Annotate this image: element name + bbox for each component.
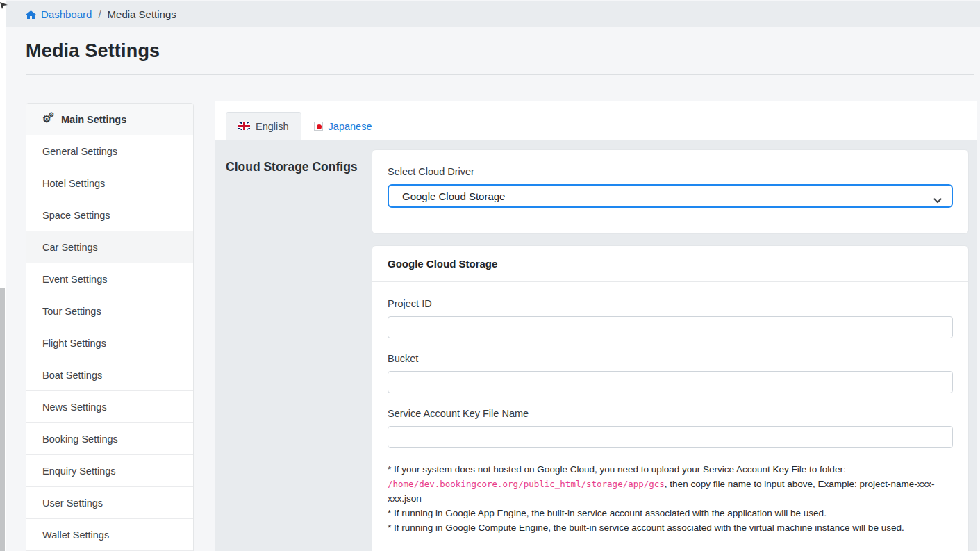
sidebar-item-label: Boat Settings: [42, 370, 102, 381]
note-line-3: * If running in Google App Engine, the b…: [388, 506, 953, 520]
uk-flag-icon: [238, 122, 250, 130]
section-title: Cloud Storage Configs: [226, 160, 358, 174]
tab-english-label: English: [256, 121, 289, 132]
sidebar-item-news-settings[interactable]: News Settings: [26, 391, 193, 423]
sidebar-item-label: General Settings: [42, 146, 117, 157]
cloud-driver-label: Select Cloud Driver: [388, 166, 953, 177]
sidebar-item-wallet-settings[interactable]: Wallet Settings: [26, 519, 193, 551]
sidebar-header-main-settings: ⚙⚙ Main Settings: [26, 104, 193, 135]
project-id-label: Project ID: [388, 298, 953, 309]
title-divider: [26, 74, 974, 75]
sidebar-item-car-settings[interactable]: Car Settings: [26, 231, 193, 263]
note-line-4: * If running in Google Compute Engine, t…: [388, 520, 953, 535]
breadcrumb-separator: /: [98, 8, 101, 20]
tab-japanese[interactable]: Japanese: [301, 112, 385, 140]
breadcrumb-current: Media Settings: [108, 8, 176, 20]
bucket-input[interactable]: [388, 371, 953, 393]
main-panel: English Japanese Cloud Storage Configs S…: [215, 101, 977, 551]
sidebar-item-label: Booking Settings: [42, 434, 118, 445]
sidebar-item-label: Space Settings: [42, 210, 110, 221]
sidebar-item-hotel-settings[interactable]: Hotel Settings: [26, 167, 193, 199]
sidebar-item-tour-settings[interactable]: Tour Settings: [26, 295, 193, 327]
tab-english[interactable]: English: [226, 112, 301, 140]
gcs-folder-path: /home/dev.bookingcore.org/public_html/st…: [388, 479, 665, 489]
dashboard-link[interactable]: Dashboard: [26, 8, 92, 20]
sidebar-header-label: Main Settings: [61, 114, 126, 125]
sidebar-item-space-settings[interactable]: Space Settings: [26, 199, 193, 231]
settings-sidebar: ⚙⚙ Main Settings General Settings Hotel …: [26, 103, 194, 551]
breadcrumb: Dashboard / Media Settings: [6, 1, 980, 27]
sidebar-item-label: Enquiry Settings: [42, 466, 116, 477]
sidebar-item-boat-settings[interactable]: Boat Settings: [26, 359, 193, 391]
sidebar-item-label: Car Settings: [42, 242, 98, 253]
service-account-key-input[interactable]: [388, 426, 953, 448]
tab-japanese-label: Japanese: [329, 121, 372, 132]
sidebar-item-label: News Settings: [42, 402, 107, 413]
cloud-driver-select[interactable]: Google Cloud Storage: [388, 184, 953, 208]
sidebar-item-enquiry-settings[interactable]: Enquiry Settings: [26, 455, 193, 487]
sidebar-item-label: Event Settings: [42, 274, 108, 285]
note-line-2: /home/dev.bookingcore.org/public_html/st…: [388, 477, 953, 506]
cloud-driver-selected-value: Google Cloud Storage: [402, 190, 505, 202]
note-line-1: * If your system does not hosted on Goog…: [388, 462, 953, 477]
dashboard-link-label: Dashboard: [41, 8, 92, 20]
sidebar-item-label: Wallet Settings: [42, 529, 109, 541]
sidebar-item-label: User Settings: [42, 497, 103, 509]
mouse-cursor: [0, 0, 8, 8]
gcs-card-header: Google Cloud Storage: [372, 246, 968, 282]
gcs-card-title: Google Cloud Storage: [388, 258, 953, 270]
sidebar-item-label: Hotel Settings: [42, 178, 105, 189]
sidebar-item-label: Flight Settings: [42, 338, 106, 349]
sidebar-item-event-settings[interactable]: Event Settings: [26, 263, 193, 295]
cogs-icon: ⚙⚙: [42, 114, 56, 125]
scrollbar-thumb[interactable]: [0, 288, 5, 551]
gcs-help-notes: * If your system does not hosted on Goog…: [388, 462, 953, 535]
sidebar-item-label: Tour Settings: [42, 306, 101, 317]
sidebar-item-booking-settings[interactable]: Booking Settings: [26, 423, 193, 455]
japan-flag-icon: [314, 122, 323, 131]
key-file-label: Service Account Key File Name: [388, 408, 953, 419]
tab-content: Cloud Storage Configs Select Cloud Drive…: [215, 140, 977, 551]
language-tabs: English Japanese: [215, 101, 977, 140]
sidebar-item-flight-settings[interactable]: Flight Settings: [26, 327, 193, 359]
cloud-driver-card: Select Cloud Driver Google Cloud Storage: [372, 149, 969, 234]
bucket-label: Bucket: [388, 353, 953, 364]
chevron-down-icon: [933, 194, 942, 206]
sidebar-item-general-settings[interactable]: General Settings: [26, 135, 193, 167]
home-icon: [26, 10, 36, 19]
page-title: Media Settings: [26, 40, 160, 62]
project-id-input[interactable]: [388, 316, 953, 338]
gcs-card: Google Cloud Storage Project ID Bucket S…: [372, 245, 969, 551]
gcs-card-body: Project ID Bucket Service Account Key Fi…: [372, 282, 968, 551]
sidebar-item-user-settings[interactable]: User Settings: [26, 487, 193, 519]
